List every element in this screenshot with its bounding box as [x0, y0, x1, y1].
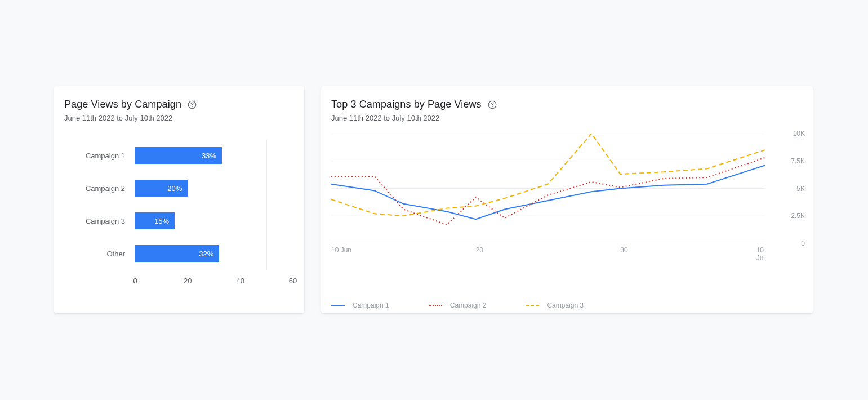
card-subtitle: June 11th 2022 to July 10th 2022: [331, 114, 803, 122]
line-y-tick: 7.5K: [791, 157, 805, 165]
bar-chart: Campaign 133%Campaign 220%Campaign 315%O…: [64, 139, 294, 303]
card-title: Top 3 Campaigns by Page Views: [331, 99, 482, 110]
bar-fill: 20%: [135, 180, 188, 197]
legend-label: Campaign 1: [353, 301, 389, 309]
bar-x-tick: 0: [133, 277, 137, 285]
card-title: Page Views by Campaign: [64, 99, 181, 110]
bar-value-label: 32%: [199, 250, 213, 258]
bar-row: Other32%: [64, 237, 294, 270]
legend: Campaign 1 Campaign 2 Campaign 3: [331, 301, 803, 309]
line-y-tick: 5K: [796, 185, 805, 193]
bar-x-tick: 60: [289, 277, 297, 285]
legend-label: Campaign 3: [547, 301, 584, 309]
bar-value-label: 20%: [167, 184, 182, 193]
bar-row: Campaign 133%: [64, 139, 294, 172]
line-y-tick: 10K: [793, 130, 805, 137]
bar-row: Campaign 315%: [64, 205, 294, 237]
line-x-tick: 20: [476, 246, 483, 254]
line-x-tick: 30: [620, 246, 627, 254]
legend-swatch: [429, 305, 442, 306]
line-y-tick: 2.5K: [791, 212, 805, 220]
legend-label: Campaign 2: [450, 301, 487, 309]
help-icon[interactable]: [487, 100, 497, 110]
line-y-tick: 0: [801, 239, 805, 247]
line-chart: 02.5K5K7.5K10K 10 Jun203010 Jul: [331, 134, 803, 274]
bar-fill: 32%: [135, 245, 219, 262]
legend-swatch: [526, 305, 539, 306]
card-subtitle: June 11th 2022 to July 10th 2022: [64, 114, 294, 122]
bar-category-label: Campaign 3: [64, 217, 135, 225]
svg-point-1: [192, 106, 192, 106]
bar-fill: 15%: [135, 212, 175, 229]
bar-value-label: 15%: [154, 217, 169, 225]
help-icon[interactable]: [187, 100, 197, 110]
legend-item-campaign-3: Campaign 3: [526, 301, 584, 309]
line-x-tick: 10 Jun: [331, 246, 351, 254]
legend-item-campaign-1: Campaign 1: [331, 301, 389, 309]
bar-category-label: Campaign 1: [64, 152, 135, 160]
bar-category-label: Campaign 2: [64, 184, 135, 193]
bar-category-label: Other: [64, 250, 135, 258]
bar-x-tick: 20: [184, 277, 192, 285]
line-x-tick: 10 Jul: [756, 246, 765, 262]
line-series: [331, 158, 765, 225]
bar-value-label: 33%: [202, 152, 216, 160]
legend-item-campaign-2: Campaign 2: [429, 301, 487, 309]
top-campaigns-card: Top 3 Campaigns by Page Views June 11th …: [321, 86, 813, 313]
line-series: [331, 134, 765, 216]
bar-fill: 33%: [135, 147, 222, 164]
bar-row: Campaign 220%: [64, 172, 294, 205]
svg-point-3: [492, 106, 492, 106]
line-series: [331, 166, 765, 220]
legend-swatch: [331, 305, 345, 306]
bar-x-tick: 40: [236, 277, 244, 285]
page-views-by-campaign-card: Page Views by Campaign June 11th 2022 to…: [54, 86, 304, 313]
